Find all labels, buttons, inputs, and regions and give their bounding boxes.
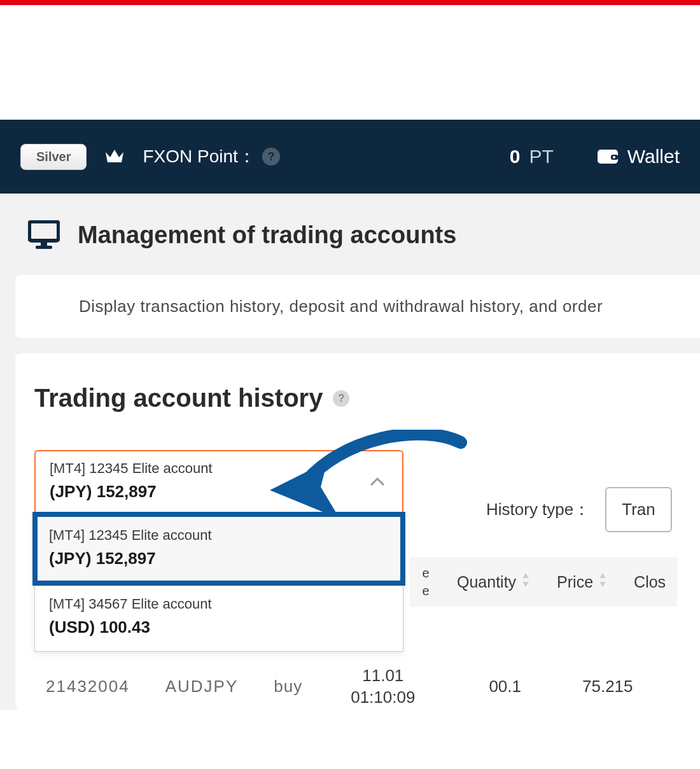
account-dropdown-list: [MT4] 12345 Elite account (JPY) 152,897 … [34, 514, 403, 652]
cell-datetime: 11.01 01:10:09 [351, 665, 415, 709]
th-text: Price [557, 573, 593, 591]
sort-icon [598, 572, 607, 592]
cell-price: 75.215 [582, 677, 633, 696]
wallet-icon [597, 148, 619, 166]
account-option[interactable]: [MT4] 12345 Elite account (JPY) 152,897 [35, 514, 403, 583]
selected-account-balance: (JPY) 152,897 [50, 482, 388, 502]
cell-date: 11.01 [351, 665, 415, 687]
cell-quantity: 00.1 [489, 677, 521, 696]
sort-icon [521, 572, 530, 592]
history-card: Trading account history ? [MT4] 12345 El… [15, 353, 700, 710]
monitor-icon [28, 220, 60, 250]
topbar: Silver FXON Point： ? 0 PT Wallet [0, 120, 700, 194]
section-title-row: Trading account history ? [34, 384, 700, 413]
th-text: Quantity [457, 573, 516, 591]
history-type-label: History type： [486, 498, 590, 521]
th-text: Clos [634, 573, 666, 591]
option-account-balance: (USD) 100.43 [49, 617, 389, 637]
points-label-text: FXON Point： [143, 145, 255, 169]
account-option[interactable]: [MT4] 34567 Elite account (USD) 100.43 [35, 583, 403, 651]
wallet-link[interactable]: Wallet [597, 146, 680, 167]
option-account-balance: (JPY) 152,897 [49, 549, 389, 568]
svg-rect-3 [29, 222, 59, 241]
table-row: 21432004 AUDJPY buy 11.01 01:10:09 00.1 … [46, 665, 633, 709]
top-red-bar [0, 0, 700, 5]
account-dropdown-selected[interactable]: [MT4] 12345 Elite account (JPY) 152,897 [34, 450, 403, 514]
cell-order: 21432004 [46, 677, 130, 696]
table-header-quantity[interactable]: Quantity [442, 557, 542, 607]
history-type-row: History type： Tran [486, 487, 672, 532]
option-account-name: [MT4] 12345 Elite account [49, 527, 389, 544]
points-unit: PT [529, 146, 553, 167]
chevron-up-icon [369, 477, 386, 490]
points-label: FXON Point： ? [143, 145, 279, 169]
account-dropdown[interactable]: [MT4] 12345 Elite account (JPY) 152,897 … [34, 450, 403, 652]
svg-rect-4 [41, 242, 47, 246]
table-header-cell[interactable]: e e [410, 557, 442, 607]
th-text: e [422, 584, 429, 597]
svg-point-2 [613, 156, 615, 159]
table-header-price[interactable]: Price [542, 557, 619, 607]
points-group: 0 PT [510, 146, 554, 167]
description-text: Display transaction history, deposit and… [79, 297, 700, 316]
history-type-select[interactable]: Tran [605, 487, 672, 532]
page-body: Management of trading accounts Display t… [0, 194, 700, 710]
page-title: Management of trading accounts [78, 222, 456, 249]
wallet-label: Wallet [627, 146, 680, 167]
points-value: 0 [510, 146, 521, 167]
cell-symbol: AUDJPY [165, 677, 239, 696]
svg-rect-5 [36, 246, 52, 249]
tier-badge: Silver [20, 144, 87, 170]
cell-type: buy [274, 677, 302, 696]
table-header-close[interactable]: Clos [619, 557, 677, 607]
table-header: e e Quantity Price Clos [410, 557, 677, 607]
crown-icon [104, 148, 125, 165]
page-header: Management of trading accounts [15, 194, 700, 275]
description-card: Display transaction history, deposit and… [15, 275, 700, 338]
section-title: Trading account history [34, 384, 323, 413]
selected-account-name: [MT4] 12345 Elite account [50, 460, 388, 477]
option-account-name: [MT4] 34567 Elite account [49, 596, 389, 612]
cell-time: 01:10:09 [351, 687, 415, 709]
top-spacer [0, 5, 700, 120]
help-icon[interactable]: ? [262, 148, 280, 166]
th-text: e [422, 567, 429, 579]
help-icon[interactable]: ? [333, 390, 349, 407]
